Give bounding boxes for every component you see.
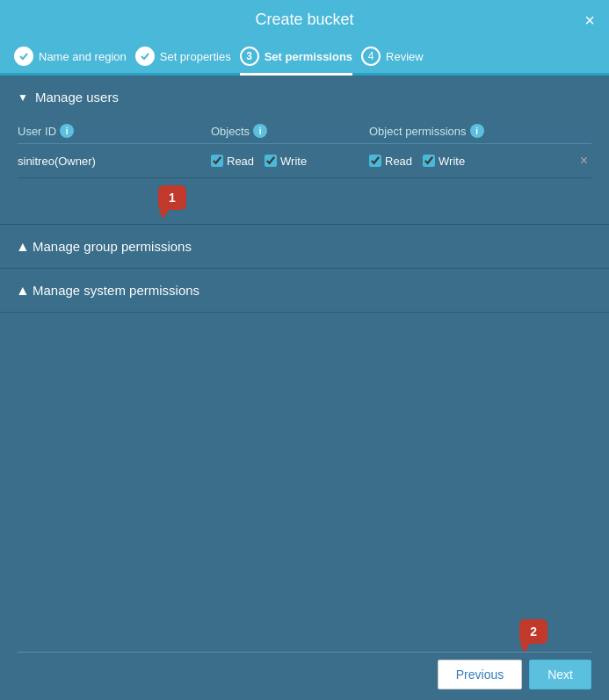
user-id-cell: sinitreo(Owner) bbox=[18, 155, 211, 168]
objects-cell: Read Write bbox=[211, 155, 369, 168]
tooltip-1-container: 1 bbox=[18, 178, 591, 210]
objects-write-checkbox[interactable] bbox=[265, 155, 277, 167]
modal-footer: 2 Previous Next bbox=[0, 641, 609, 700]
step2-circle bbox=[135, 47, 155, 66]
col-objects-header: Objects i bbox=[211, 124, 369, 138]
modal-header: Create bucket × bbox=[0, 0, 609, 40]
userid-col-label: User ID bbox=[18, 125, 56, 138]
objects-checkboxes: Read Write bbox=[211, 155, 307, 168]
manage-system-permissions-header[interactable]: ▶ Manage system permissions bbox=[0, 269, 609, 312]
step1-circle bbox=[14, 47, 33, 66]
perms-read-text: Read bbox=[385, 155, 412, 168]
footer-buttons: 2 Previous Next bbox=[18, 660, 591, 689]
perms-write-text: Write bbox=[439, 155, 465, 168]
chevron-right-icon: ▶ bbox=[16, 242, 28, 250]
col-userid-header: User ID i bbox=[18, 124, 211, 138]
next-button[interactable]: Next bbox=[529, 660, 591, 689]
step3-label: Set permissions bbox=[265, 50, 352, 63]
objperm-cell: Read Write × bbox=[369, 153, 591, 169]
chevron-down-icon: ▼ bbox=[18, 91, 28, 104]
manage-users-section: ▼ Manage users User ID i Objects i Objec… bbox=[0, 76, 609, 225]
perms-write-checkbox[interactable] bbox=[423, 155, 435, 167]
col-objperm-header: Object permissions i bbox=[369, 124, 591, 138]
userid-info-icon[interactable]: i bbox=[60, 124, 74, 138]
manage-group-permissions-section: ▶ Manage group permissions bbox=[0, 225, 609, 269]
permissions-checkboxes: Read Write bbox=[369, 155, 465, 168]
previous-button[interactable]: Previous bbox=[438, 660, 522, 689]
tooltip-bubble-2: 2 bbox=[519, 619, 547, 644]
objects-read-checkbox[interactable] bbox=[211, 155, 223, 167]
footer-divider bbox=[18, 652, 591, 653]
checkmark-icon bbox=[18, 51, 29, 61]
manage-users-content: User ID i Objects i Object permissions i bbox=[0, 119, 609, 224]
objects-col-label: Objects bbox=[211, 125, 250, 138]
objperm-col-label: Object permissions bbox=[369, 125, 467, 138]
step-set-permissions[interactable]: 3 Set permissions bbox=[240, 47, 352, 76]
close-button[interactable]: × bbox=[584, 11, 595, 29]
objects-read-text: Read bbox=[227, 155, 254, 168]
step3-number: 3 bbox=[246, 50, 252, 62]
steps-bar: Name and region Set properties 3 Set per… bbox=[0, 40, 609, 76]
step4-circle: 4 bbox=[361, 47, 381, 66]
manage-system-perms-title: Manage system permissions bbox=[33, 283, 199, 298]
perms-read-checkbox[interactable] bbox=[369, 155, 381, 167]
perms-read-label[interactable]: Read bbox=[369, 155, 412, 168]
step4-label: Review bbox=[386, 50, 424, 63]
modal-title: Create bucket bbox=[255, 11, 353, 29]
user-id-value: sinitreo(Owner) bbox=[18, 155, 96, 168]
objects-info-icon[interactable]: i bbox=[253, 124, 267, 138]
tooltip-2-container: 2 bbox=[519, 619, 547, 644]
objects-write-label[interactable]: Write bbox=[265, 155, 307, 168]
objects-write-text: Write bbox=[280, 155, 307, 168]
chevron-right-icon-2: ▶ bbox=[16, 286, 28, 294]
step1-label: Name and region bbox=[39, 50, 127, 63]
manage-system-permissions-section: ▶ Manage system permissions bbox=[0, 269, 609, 313]
manage-group-permissions-header[interactable]: ▶ Manage group permissions bbox=[0, 225, 609, 268]
manage-group-perms-title: Manage group permissions bbox=[33, 239, 192, 254]
step3-circle: 3 bbox=[240, 47, 259, 66]
manage-users-title: Manage users bbox=[35, 90, 119, 105]
step4-number: 4 bbox=[368, 50, 374, 62]
modal-body: ▼ Manage users User ID i Objects i Objec… bbox=[0, 76, 609, 641]
table-row: sinitreo(Owner) Read Write bbox=[18, 144, 591, 178]
step-review[interactable]: 4 Review bbox=[361, 47, 424, 73]
objperm-info-icon[interactable]: i bbox=[470, 124, 484, 138]
perms-write-label[interactable]: Write bbox=[423, 155, 465, 168]
step-set-properties[interactable]: Set properties bbox=[135, 47, 231, 73]
objects-read-label[interactable]: Read bbox=[211, 155, 254, 168]
table-header: User ID i Objects i Object permissions i bbox=[18, 119, 591, 144]
delete-row-button[interactable]: × bbox=[576, 153, 591, 169]
checkmark-icon-2 bbox=[140, 51, 150, 61]
manage-users-header[interactable]: ▼ Manage users bbox=[0, 76, 609, 119]
step2-label: Set properties bbox=[160, 50, 231, 63]
step-name-region[interactable]: Name and region bbox=[14, 47, 127, 73]
tooltip-bubble-1: 1 bbox=[158, 185, 186, 210]
create-bucket-modal: Create bucket × Name and region Set prop… bbox=[0, 0, 609, 700]
